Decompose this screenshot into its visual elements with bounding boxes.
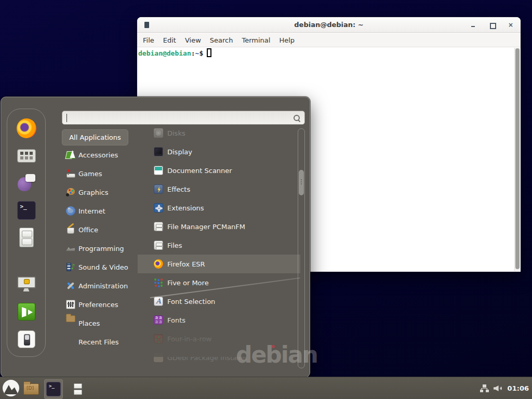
disks-icon	[154, 128, 163, 138]
application-menu: All Applications Accessories Games Graph…	[1, 97, 310, 378]
file-cabinet-icon	[72, 381, 84, 397]
monitor-stand-shape	[23, 288, 30, 291]
terminal-favorite-icon[interactable]	[17, 201, 36, 220]
category-preferences[interactable]: Preferences	[62, 295, 138, 314]
menu-search[interactable]: Search	[210, 36, 233, 44]
app-font-selection[interactable]: Font Selection	[138, 292, 300, 311]
five-or-more-icon	[154, 278, 163, 287]
clock[interactable]: 01:06	[508, 384, 529, 392]
games-icon	[66, 169, 75, 178]
app-display[interactable]: Display	[138, 142, 300, 161]
close-button[interactable]: ×	[507, 21, 514, 29]
sound-video-icon	[66, 262, 75, 272]
category-places[interactable]: Places	[62, 314, 138, 332]
firefox-favorite-icon[interactable]	[17, 118, 36, 138]
menu-help[interactable]: Help	[279, 36, 295, 44]
network-icon[interactable]	[480, 384, 489, 392]
text-caret	[66, 114, 67, 122]
category-administration[interactable]: Administration	[62, 276, 138, 295]
display-icon	[154, 147, 163, 156]
app-document-scanner[interactable]: Document Scanner	[138, 161, 300, 180]
taskbar: 01:06	[0, 377, 532, 399]
menu-scrollbar[interactable]	[298, 128, 305, 368]
app-gdebi-package-installer[interactable]: GDebi Package Installer	[138, 348, 300, 367]
terminal-scrollbar-thumb[interactable]	[515, 48, 520, 269]
window-controls: ×	[470, 17, 514, 33]
app-firefox-esr[interactable]: Firefox ESR	[138, 255, 300, 273]
category-programming[interactable]: Programming	[62, 239, 138, 258]
taskbar-file-manager-button[interactable]	[22, 379, 41, 399]
maximize-button[interactable]	[488, 21, 496, 29]
category-internet[interactable]: Internet	[62, 202, 138, 220]
folder-icon	[23, 383, 39, 395]
favorites-column	[7, 109, 46, 357]
internet-icon	[66, 206, 75, 216]
category-recent-files[interactable]: Recent Files	[62, 332, 138, 351]
logout-icon[interactable]	[18, 303, 35, 321]
shutdown-icon[interactable]	[18, 330, 35, 348]
document-scanner-icon	[154, 166, 163, 175]
category-games[interactable]: Games	[62, 164, 138, 183]
shell-prompt: debian@debian:~$	[138, 48, 211, 57]
graphics-icon	[66, 188, 75, 197]
fonts-icon	[154, 315, 163, 325]
terminal-icon	[46, 382, 61, 396]
extensions-icon	[154, 203, 163, 212]
desktop: { "colors": { "desktop_bg": "#040330", "…	[0, 0, 532, 399]
file-manager-favorite-icon[interactable]	[19, 228, 34, 247]
terminal-window-title: debian@debian: ~	[137, 21, 521, 29]
app-disks[interactable]: Disks	[138, 124, 300, 142]
volume-icon[interactable]	[494, 384, 503, 392]
keyboard-favorite-icon[interactable]	[17, 149, 36, 163]
app-extensions[interactable]: Extensions	[138, 198, 300, 217]
terminal-cursor	[207, 48, 211, 57]
menu-terminal[interactable]: Terminal	[242, 36, 270, 44]
app-four-in-a-row[interactable]: Four-in-a-row	[138, 329, 300, 348]
terminal-menubar: File Edit View Search Terminal Help	[137, 33, 521, 47]
taskbar-files-button[interactable]	[69, 379, 87, 399]
application-list: Disks Display Document Scanner Effects E…	[138, 121, 300, 357]
lock-screen-icon[interactable]	[17, 276, 36, 292]
category-sound-video[interactable]: Sound & Video	[62, 258, 138, 276]
menu-view[interactable]: View	[185, 36, 201, 44]
office-icon	[66, 225, 75, 234]
category-office[interactable]: Office	[62, 220, 138, 239]
preferences-icon	[66, 300, 75, 309]
app-file-manager-pcmanfm[interactable]: File Manager PCManFM	[138, 217, 300, 236]
app-fonts[interactable]: Fonts	[138, 311, 300, 329]
app-files[interactable]: Files	[138, 236, 300, 255]
pcmanfm-icon	[154, 222, 163, 231]
minimize-button[interactable]	[470, 21, 477, 29]
menu-edit[interactable]: Edit	[163, 36, 176, 44]
category-graphics[interactable]: Graphics	[62, 183, 138, 202]
taskbar-terminal-button[interactable]	[44, 379, 63, 399]
four-in-a-row-icon	[154, 334, 163, 343]
places-icon	[66, 315, 75, 322]
padlock-shape	[24, 279, 30, 284]
system-tray: 01:06	[480, 377, 529, 399]
gdebi-icon	[154, 353, 163, 362]
taskbar-menu-button[interactable]	[3, 380, 19, 396]
all-applications-button[interactable]: All Applications	[62, 129, 128, 145]
files-icon	[154, 241, 163, 250]
effects-icon	[154, 184, 163, 194]
accessories-icon	[66, 150, 75, 159]
font-selection-icon	[154, 297, 163, 306]
pidgin-favorite-icon[interactable]	[18, 174, 35, 192]
app-five-or-more[interactable]: Five or More	[138, 273, 300, 292]
menu-file[interactable]: File	[143, 36, 154, 44]
prompt-user-host: debian@debian	[138, 49, 191, 57]
menu-scrollbar-thumb[interactable]	[299, 170, 304, 195]
firefox-icon	[154, 259, 163, 269]
category-accessories[interactable]: Accessories	[62, 145, 138, 164]
terminal-scrollbar[interactable]	[514, 48, 520, 271]
programming-icon	[66, 244, 75, 253]
administration-icon	[66, 281, 75, 290]
app-effects[interactable]: Effects	[138, 180, 300, 198]
terminal-titlebar[interactable]: debian@debian: ~ ×	[137, 17, 521, 33]
